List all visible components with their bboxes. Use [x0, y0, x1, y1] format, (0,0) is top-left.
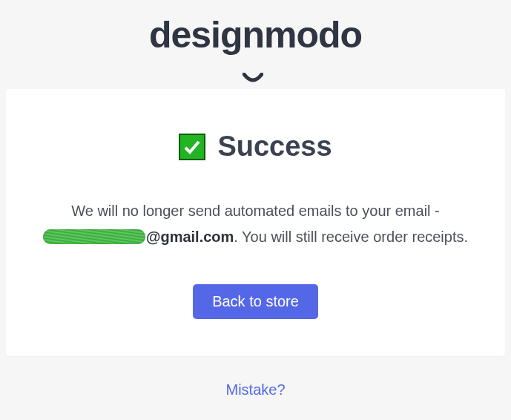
message-line-1: We will no longer send automated emails …: [36, 198, 475, 224]
title-row: Success: [36, 131, 475, 163]
email-visible-part: @gmail.com: [146, 229, 234, 245]
page-title: Success: [217, 131, 332, 163]
message-post: . You will still receive order receipts.: [234, 229, 468, 245]
brand-logo: designmodo: [149, 16, 362, 53]
header: designmodo: [0, 0, 511, 74]
success-card: Success We will no longer send automated…: [6, 89, 505, 356]
logo-smile-icon: [243, 52, 263, 62]
check-icon: [179, 134, 205, 160]
success-message: We will no longer send automated emails …: [36, 198, 475, 250]
mistake-link[interactable]: Mistake?: [0, 381, 511, 398]
back-to-store-button[interactable]: Back to store: [193, 284, 318, 319]
message-line-2: @gmail.com. You will still receive order…: [36, 224, 475, 250]
brand-name: designmodo: [149, 14, 362, 56]
redacted-email-icon: [43, 229, 145, 244]
